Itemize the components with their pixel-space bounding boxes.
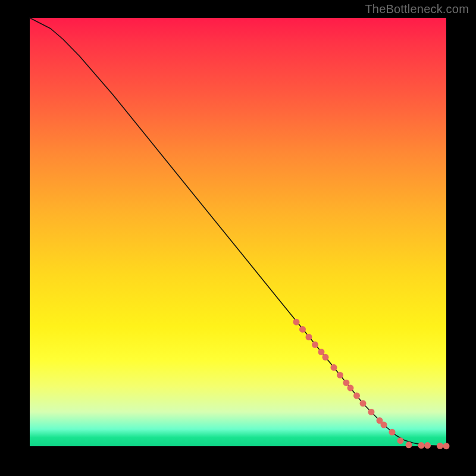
data-marker	[322, 354, 329, 361]
data-marker	[312, 342, 318, 348]
data-marker	[406, 441, 412, 448]
chart-frame: TheBottleneck.com	[0, 0, 476, 476]
data-marker	[418, 442, 425, 449]
data-marker	[337, 372, 343, 378]
data-marker	[443, 443, 450, 449]
data-marker	[360, 400, 367, 407]
data-marker	[347, 385, 354, 392]
data-marker	[299, 326, 306, 333]
data-marker	[368, 409, 375, 415]
data-marker	[318, 349, 325, 355]
data-marker	[424, 442, 431, 449]
data-marker	[397, 437, 404, 444]
data-marker	[331, 364, 337, 371]
curve-svg	[30, 18, 446, 446]
data-marker	[353, 393, 360, 399]
bottleneck-curve	[30, 18, 446, 446]
data-marker	[293, 319, 300, 325]
data-marker	[437, 443, 443, 449]
data-marker	[389, 429, 396, 436]
attribution-text: TheBottleneck.com	[365, 2, 469, 16]
plot-area	[30, 18, 446, 446]
data-marker	[343, 380, 350, 386]
marker-group	[293, 319, 450, 449]
data-marker	[381, 422, 387, 428]
data-marker	[306, 334, 312, 340]
